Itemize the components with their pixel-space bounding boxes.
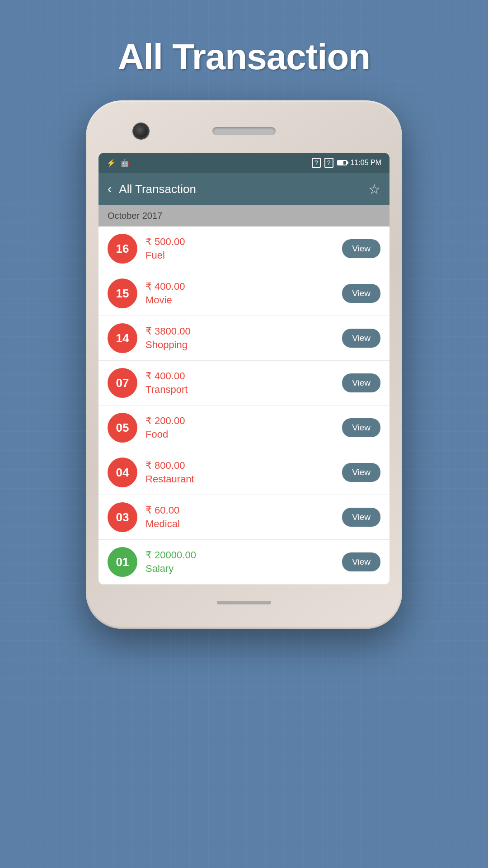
back-button[interactable]: ‹ — [108, 182, 112, 196]
view-button[interactable]: View — [342, 552, 380, 571]
transaction-details: ₹ 60.00 Medical — [145, 505, 334, 530]
transaction-details: ₹ 400.00 Transport — [145, 370, 334, 396]
transaction-amount: ₹ 500.00 — [145, 236, 334, 248]
transaction-category: Food — [145, 429, 334, 440]
transaction-details: ₹ 20000.00 Salary — [145, 549, 334, 575]
transaction-category: Shopping — [145, 339, 334, 351]
transaction-details: ₹ 800.00 Restaurant — [145, 460, 334, 485]
date-circle: 01 — [108, 547, 137, 577]
transaction-item: 15 ₹ 400.00 Movie View — [99, 271, 389, 316]
page-title: All Transaction — [118, 36, 370, 78]
app-bar: ‹ All Transaction ☆ — [99, 173, 389, 205]
transaction-amount: ₹ 400.00 — [145, 281, 334, 292]
phone-bottom — [99, 589, 389, 616]
status-left-icons: ⚡ 🤖 — [107, 159, 129, 167]
transaction-amount: ₹ 400.00 — [145, 370, 334, 382]
view-button[interactable]: View — [342, 329, 380, 348]
phone-top — [99, 113, 389, 149]
status-right: ? ? 11:05 PM — [312, 158, 381, 168]
transaction-category: Movie — [145, 294, 334, 306]
app-bar-left: ‹ All Transaction — [108, 182, 196, 196]
transaction-item: 03 ₹ 60.00 Medical View — [99, 495, 389, 540]
date-circle: 14 — [108, 323, 137, 353]
transaction-details: ₹ 3800.00 Shopping — [145, 326, 334, 351]
transaction-category: Fuel — [145, 250, 334, 261]
transaction-amount: ₹ 20000.00 — [145, 549, 334, 561]
date-circle: 07 — [108, 368, 137, 398]
phone-screen: ⚡ 🤖 ? ? 11:05 PM ‹ All Transaction ☆ Oct… — [99, 153, 389, 585]
transaction-category: Salary — [145, 563, 334, 575]
date-circle: 03 — [108, 502, 137, 532]
view-button[interactable]: View — [342, 508, 380, 527]
usb-icon: ⚡ — [107, 159, 116, 167]
transaction-details: ₹ 200.00 Food — [145, 415, 334, 440]
transaction-amount: ₹ 200.00 — [145, 415, 334, 427]
android-icon: 🤖 — [120, 159, 129, 167]
status-bar: ⚡ 🤖 ? ? 11:05 PM — [99, 153, 389, 173]
app-bar-title: All Transaction — [119, 182, 196, 196]
date-circle: 16 — [108, 234, 137, 264]
view-button[interactable]: View — [342, 284, 380, 303]
date-circle: 04 — [108, 458, 137, 487]
transaction-item: 07 ₹ 400.00 Transport View — [99, 361, 389, 406]
home-indicator — [217, 601, 271, 604]
transaction-category: Restaurant — [145, 473, 334, 485]
transaction-category: Medical — [145, 518, 334, 530]
transaction-item: 04 ₹ 800.00 Restaurant View — [99, 450, 389, 495]
transaction-details: ₹ 500.00 Fuel — [145, 236, 334, 261]
view-button[interactable]: View — [342, 373, 380, 392]
phone-camera — [135, 125, 147, 137]
view-button[interactable]: View — [342, 239, 380, 258]
view-button[interactable]: View — [342, 463, 380, 482]
transaction-amount: ₹ 800.00 — [145, 460, 334, 472]
transaction-category: Transport — [145, 384, 334, 396]
phone-speaker — [212, 127, 276, 135]
date-circle: 15 — [108, 278, 137, 308]
transaction-amount: ₹ 60.00 — [145, 505, 334, 516]
signal-icon-1: ? — [312, 158, 321, 168]
month-header: October 2017 — [99, 205, 389, 226]
transaction-list: 16 ₹ 500.00 Fuel View 15 ₹ 400.00 Movie … — [99, 226, 389, 585]
transaction-amount: ₹ 3800.00 — [145, 326, 334, 337]
status-time: 11:05 PM — [351, 159, 381, 167]
transaction-details: ₹ 400.00 Movie — [145, 281, 334, 306]
view-button[interactable]: View — [342, 418, 380, 437]
transaction-item: 16 ₹ 500.00 Fuel View — [99, 226, 389, 271]
transaction-item: 01 ₹ 20000.00 Salary View — [99, 540, 389, 585]
transaction-item: 14 ₹ 3800.00 Shopping View — [99, 316, 389, 361]
signal-icon-2: ? — [324, 158, 333, 168]
date-circle: 05 — [108, 413, 137, 443]
transaction-item: 05 ₹ 200.00 Food View — [99, 406, 389, 450]
month-label: October 2017 — [108, 211, 162, 221]
favorite-button[interactable]: ☆ — [368, 181, 380, 197]
battery-icon — [337, 160, 347, 165]
phone-shell: ⚡ 🤖 ? ? 11:05 PM ‹ All Transaction ☆ Oct… — [86, 100, 402, 629]
